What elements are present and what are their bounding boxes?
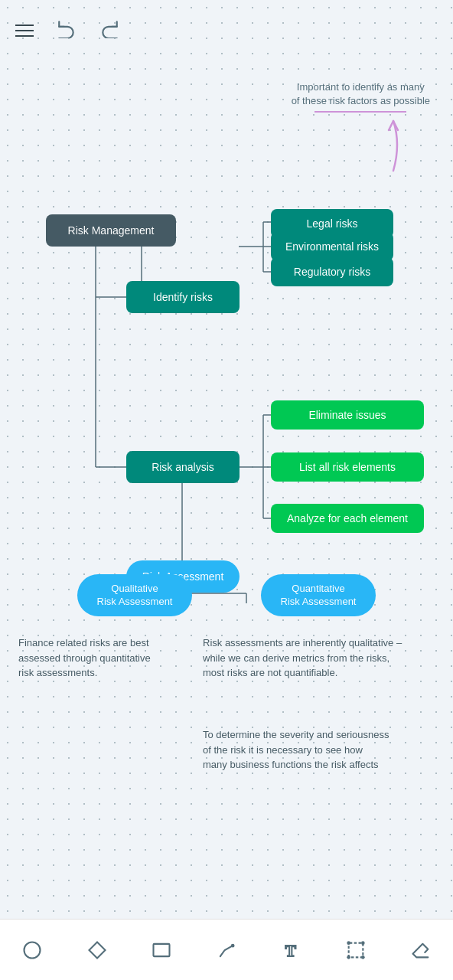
analyze-each-node[interactable]: Analyze for each element [271,504,424,533]
annotation-text: Important to identify as many of these r… [292,80,430,113]
connector-tool-button[interactable] [210,933,243,967]
svg-text:T: T [285,942,295,960]
svg-point-23 [231,943,235,947]
quantitative-node[interactable]: Quantitative Risk Assessment [261,574,376,616]
circle-tool-button[interactable] [15,933,49,967]
svg-rect-22 [154,943,170,956]
identify-risks-node[interactable]: Identify risks [126,281,240,313]
svg-point-29 [361,956,365,959]
svg-point-20 [24,942,41,958]
eraser-tool-button[interactable] [404,933,438,967]
regulatory-risks-node[interactable]: Regulatory risks [271,257,393,286]
risk-management-node[interactable]: Risk Management [46,214,176,247]
undo-button[interactable] [57,18,77,43]
bottom-toolbar: T [0,919,453,980]
text-tool-button[interactable]: T [275,933,308,967]
eliminate-issues-node[interactable]: Eliminate issues [271,400,424,430]
svg-point-27 [361,941,365,945]
rectangle-tool-button[interactable] [145,933,178,967]
svg-point-28 [347,956,350,959]
annotation-arrow [378,113,409,178]
list-all-risk-node[interactable]: List all risk elements [271,452,424,482]
risk-analysis-node[interactable]: Risk analysis [126,451,240,483]
right-text-block-bottom: To determine the severity and seriousnes… [203,727,436,773]
menu-button[interactable] [15,24,34,37]
top-toolbar [0,0,453,61]
svg-rect-25 [349,942,363,957]
svg-marker-21 [89,942,105,958]
right-text-block-top: Risk assessments are inherently qualitat… [203,635,436,681]
select-tool-button[interactable] [339,933,373,967]
qualitative-node[interactable]: Qualitative Risk Assessment [77,574,192,616]
diamond-tool-button[interactable] [80,933,114,967]
redo-button[interactable] [99,18,119,43]
svg-point-26 [347,941,350,945]
assessment-row: Qualitative Risk Assessment Quantitative… [0,574,453,616]
left-text-block: Finance related risks are best assessed … [18,635,183,681]
